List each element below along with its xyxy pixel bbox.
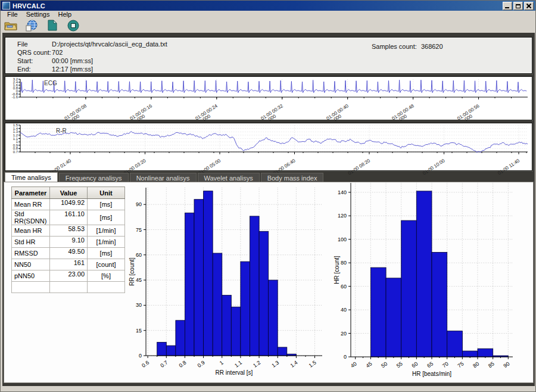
svg-text:90: 90 <box>503 360 511 369</box>
exit-button[interactable] <box>66 19 80 32</box>
svg-text:1.4: 1.4 <box>289 359 299 368</box>
svg-text:R-R: R-R <box>56 127 67 134</box>
svg-text:HR [count]: HR [count] <box>334 256 340 284</box>
info-row-start: Start: 00:00 [mm:ss] <box>17 57 93 64</box>
svg-text:45: 45 <box>365 360 373 369</box>
svg-text:80: 80 <box>341 260 347 266</box>
table-row[interactable]: Mean HR58.53[1/min] <box>12 225 125 237</box>
svg-text:100: 100 <box>338 237 347 242</box>
svg-text:40: 40 <box>350 360 358 369</box>
svg-text:20: 20 <box>341 331 347 337</box>
svg-text:RR [count]: RR [count] <box>129 257 135 285</box>
start-label: Start: <box>17 57 50 64</box>
svg-text:0: 0 <box>139 353 142 359</box>
samples-count-label: Samples count: <box>372 43 417 50</box>
app-icon <box>2 2 10 10</box>
svg-text:140: 140 <box>338 189 347 195</box>
table-row[interactable]: Std HR9.10[1/min] <box>12 237 125 248</box>
svg-text:1.2: 1.2 <box>252 359 261 368</box>
svg-text:-1.6: -1.6 <box>12 95 18 99</box>
svg-text:60: 60 <box>411 360 419 369</box>
svg-text:HR [beats/min]: HR [beats/min] <box>412 371 451 377</box>
svg-text:75: 75 <box>457 360 465 369</box>
samples-count-value: 368620 <box>421 43 443 50</box>
svg-text:90: 90 <box>136 201 142 207</box>
close-button[interactable] <box>524 2 534 10</box>
svg-text:85: 85 <box>487 360 496 369</box>
svg-text:70: 70 <box>441 360 450 369</box>
open-web-icon <box>26 20 38 32</box>
svg-text:15: 15 <box>136 328 142 334</box>
minimize-button[interactable] <box>503 2 512 10</box>
end-label: End: <box>17 66 50 73</box>
svg-text:1.5: 1.5 <box>308 359 317 368</box>
open-file-icon <box>4 20 17 31</box>
table-row[interactable]: Mean RR1049.92[ms] <box>12 199 125 210</box>
svg-text:1.1: 1.1 <box>233 359 243 368</box>
svg-text:1.3: 1.3 <box>270 359 280 368</box>
svg-text:1: 1 <box>219 359 225 366</box>
info-row-file: File D:/projects/qt/hrvcalc/ascii_ecg_da… <box>17 41 167 48</box>
report-button[interactable] <box>45 19 60 32</box>
table-header-row: Parameter Value Unit <box>12 187 125 199</box>
svg-text:30: 30 <box>136 302 142 308</box>
table-row[interactable]: pNN5023.00[%] <box>12 270 125 282</box>
table-row[interactable]: RMSSD49.50[ms] <box>12 248 125 259</box>
svg-text:60: 60 <box>136 252 142 258</box>
info-row-end: End: 12:17 [mm:ss] <box>17 66 93 73</box>
svg-text:0.7: 0.7 <box>159 359 169 368</box>
tab-nonlinear-analysis[interactable]: Nonlinear analisys <box>130 173 197 182</box>
qrs-count-label: QRS count: <box>17 49 50 56</box>
svg-text:0.8: 0.8 <box>178 359 188 368</box>
tab-frequency-analysis[interactable]: Frequency analisys <box>59 173 129 182</box>
menu-help[interactable]: Help <box>54 11 76 18</box>
tab-time-analysis[interactable]: Time analisys <box>5 172 58 182</box>
hr-histogram: 0204060801001201404045505560657075808590… <box>333 183 536 383</box>
svg-text:0.7: 0.7 <box>13 150 18 154</box>
table-row-empty[interactable] <box>12 282 125 293</box>
rr-histogram: 01530456075900.60.70.80.911.11.21.31.41.… <box>126 183 334 383</box>
file-path: D:/projects/qt/hrvcalc/ascii_ecg_data.tx… <box>52 41 167 48</box>
window-title: HRVCALC <box>13 2 45 10</box>
open-file-button[interactable] <box>4 19 18 32</box>
menu-settings[interactable]: Settings <box>22 11 54 18</box>
svg-text:120: 120 <box>338 213 347 219</box>
tab-wavelet-analysis[interactable]: Wavelet analisys <box>198 173 260 182</box>
menu-file[interactable]: File <box>3 11 22 18</box>
qrs-count-value: 702 <box>52 49 63 56</box>
svg-text:60: 60 <box>341 284 347 290</box>
svg-text:50: 50 <box>380 360 388 369</box>
report-icon <box>48 20 57 31</box>
header-unit[interactable]: Unit <box>88 187 125 199</box>
samples-count: Samples count: 368620 <box>372 43 443 50</box>
titlebar[interactable]: HRVCALC <box>1 1 535 11</box>
svg-text:55: 55 <box>395 360 404 369</box>
file-info-panel: File D:/projects/qt/hrvcalc/ascii_ecg_da… <box>5 37 532 74</box>
svg-text:0.9: 0.9 <box>197 359 206 368</box>
header-parameter[interactable]: Parameter <box>12 187 50 199</box>
svg-text:40: 40 <box>341 307 347 313</box>
table-row[interactable]: NN50161[count] <box>12 259 125 270</box>
table-row[interactable]: Std RR(SDNN)161.10[ms] <box>12 210 125 225</box>
end-value: 12:17 [mm:ss] <box>52 66 93 73</box>
minimize-icon <box>505 7 509 8</box>
analysis-tabbar: Time analisys Frequency analisys Nonline… <box>5 172 325 182</box>
svg-text:RR interval [s]: RR interval [s] <box>216 369 253 376</box>
tab-body-mass-index[interactable]: Body mass index <box>261 173 324 182</box>
svg-text:65: 65 <box>426 360 434 369</box>
open-web-button[interactable] <box>24 19 39 32</box>
svg-text:ECG: ECG <box>44 80 57 86</box>
svg-text:45: 45 <box>136 277 142 283</box>
restore-button[interactable] <box>513 2 523 10</box>
restore-icon <box>516 4 521 8</box>
start-value: 00:00 [mm:ss] <box>52 57 93 64</box>
svg-text:0: 0 <box>344 354 347 360</box>
exit-icon <box>67 20 79 32</box>
app-window: HRVCALC File Settings Help <box>0 0 536 392</box>
svg-text:0.6: 0.6 <box>141 359 150 368</box>
rr-plot: 01:00 01:4001:00 03:2001:00 05:0001:00 0… <box>6 123 531 170</box>
toolbar <box>1 18 535 33</box>
header-value[interactable]: Value <box>50 187 88 199</box>
menubar: File Settings Help <box>1 11 535 17</box>
ecg-plot: 01:00 00:0800001:00 00:1600001:00 00:240… <box>6 77 531 120</box>
